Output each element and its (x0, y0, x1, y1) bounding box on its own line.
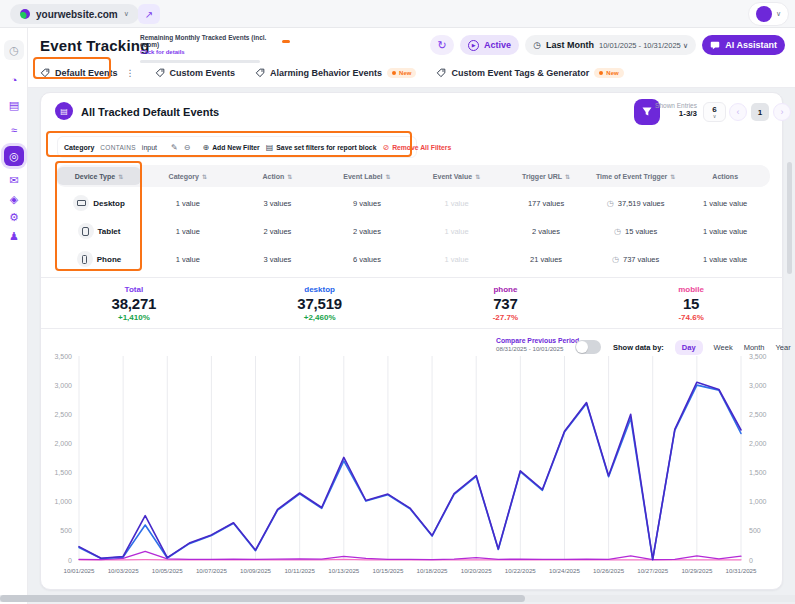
horizontal-scrollbar-thumb[interactable] (0, 595, 525, 602)
sort-icon: ⇅ (287, 173, 292, 180)
svg-text:2,500: 2,500 (749, 411, 767, 418)
header-toolbar: ↻ ▶ Active ◷ Last Month 10/01/2025 - 10/… (430, 35, 785, 55)
stat-phone: phone737-27.7% (413, 278, 599, 328)
next-page-button[interactable]: › (773, 103, 791, 121)
site-selector[interactable]: yourwebsite.com ∨ (10, 4, 139, 24)
chevron-down-icon: ∨ (713, 114, 717, 119)
tab-custom-events[interactable]: Custom Events (155, 68, 236, 78)
site-name: yourwebsite.com (36, 9, 118, 20)
tab-custom-event-tags-generator[interactable]: Custom Event Tags & GeneratorNew (436, 68, 623, 78)
date-range-picker[interactable]: ◷ Last Month 10/01/2025 - 10/31/2025 ∨ (525, 35, 696, 55)
quota-indicator-icon (282, 40, 290, 43)
stat-change: +2,460% (304, 313, 336, 322)
svg-text:10/15/2025: 10/15/2025 (372, 567, 404, 574)
svg-text:10/03/2025: 10/03/2025 (108, 567, 140, 574)
category-cell: 1 value (143, 245, 233, 273)
svg-text:3,500: 3,500 (54, 353, 72, 360)
svg-text:10/05/2025: 10/05/2025 (152, 567, 184, 574)
svg-text:2,000: 2,000 (749, 440, 767, 447)
filter-bar: Category CONTAINS input ✎ ⊖ ⊕ Add New Fi… (57, 136, 417, 158)
page-title: Event Tracking (40, 37, 150, 54)
svg-text:0: 0 (749, 557, 753, 564)
sort-icon: ⇅ (670, 173, 675, 180)
sidebar-item-event-tracking[interactable]: ◎ (4, 146, 24, 166)
chart-line-desktop (79, 385, 741, 560)
tracking-status-label: Active (484, 40, 511, 50)
category-cell: 1 value (143, 189, 233, 217)
stat-mobile: mobile15-74.6% (598, 278, 784, 328)
column-header-event_value[interactable]: Event Value⇅ (412, 165, 502, 187)
table-row-phone[interactable]: Phone1 value3 values6 values1 value21 va… (55, 245, 770, 273)
shown-entries-value: 1-3/3 (651, 109, 697, 118)
column-header-action[interactable]: Action⇅ (233, 165, 323, 187)
filter-operator[interactable]: CONTAINS (100, 144, 136, 151)
time-cell: ◷37,519 values (591, 189, 681, 217)
kebab-menu-icon[interactable]: ⋮ (126, 68, 135, 78)
tracking-status-button[interactable]: ▶ Active (460, 35, 519, 55)
action-cell: 3 values (233, 189, 323, 217)
tag-icon (255, 68, 265, 78)
event-value-cell: 1 value (412, 189, 502, 217)
tab-alarming-behavior-events[interactable]: Alarming Behavior EventsNew (255, 68, 416, 78)
chart-line-phone (79, 551, 741, 559)
filter-value[interactable]: input (142, 144, 157, 151)
stat-change: -74.6% (678, 313, 703, 322)
stat-label: Total (125, 285, 144, 294)
column-header-device[interactable]: Device Type⇅ (57, 167, 141, 185)
phone-icon (77, 251, 93, 267)
time-cell: ◷737 values (591, 245, 681, 273)
sidebar-item-history[interactable]: ◷ (4, 40, 24, 60)
open-site-button[interactable]: ↗ (138, 4, 160, 24)
page-size-select[interactable]: 6 ∨ (703, 102, 726, 122)
svg-text:10/09/2025: 10/09/2025 (240, 567, 272, 574)
sidebar-item-settings[interactable]: ⚙ (4, 207, 24, 227)
column-header-event_label[interactable]: Event Label⇅ (322, 165, 412, 187)
filter-field[interactable]: Category (64, 144, 94, 151)
user-menu[interactable]: ∨ (748, 2, 789, 26)
page-header: Event Tracking Remaining Monthly Tracked… (28, 28, 795, 88)
clock-icon: ◷ (614, 227, 621, 236)
remove-filter-icon[interactable]: ⊖ (184, 143, 191, 152)
table-row-tablet[interactable]: Tablet1 value2 values2 values1 value2 va… (55, 217, 770, 245)
events-chart: 10/01/202510/03/202510/05/202510/07/2025… (41, 348, 784, 588)
tab-label: Custom Event Tags & Generator (451, 68, 589, 78)
svg-text:3,000: 3,000 (54, 382, 72, 389)
tabs: Default Events⋮Custom EventsAlarming Beh… (40, 64, 624, 82)
sidebar-item-engagement[interactable]: ≈ (4, 120, 24, 140)
edit-filter-icon[interactable]: ✎ (171, 143, 178, 152)
remove-all-filters-button[interactable]: ⊘ Remove All Filters (382, 143, 451, 152)
stat-value: 38,271 (112, 295, 157, 312)
sort-icon: ⇅ (565, 173, 570, 180)
security-icon: ◈ (10, 194, 18, 205)
period-label: Last Month (546, 40, 594, 50)
vertical-scrollbar[interactable] (787, 162, 792, 274)
trigger-url-cell: 21 values (501, 245, 591, 273)
svg-text:1,500: 1,500 (749, 469, 767, 476)
tag-icon (40, 68, 50, 78)
card-title: All Tracked Default Events (81, 106, 219, 118)
svg-text:10/27/2025: 10/27/2025 (637, 567, 669, 574)
tab-default-events[interactable]: Default Events⋮ (40, 68, 135, 78)
sidebar-item-account[interactable]: ♟ (4, 226, 24, 246)
tag-icon (155, 68, 165, 78)
sidebar-item-support-chat[interactable]: ✉ (4, 170, 24, 190)
add-new-filter-button[interactable]: ⊕ Add New Filter (202, 143, 259, 152)
ai-assistant-button[interactable]: AI Assistant (702, 35, 785, 55)
column-header-time[interactable]: Time of Event Trigger⇅ (591, 165, 681, 187)
column-header-trigger_url[interactable]: Trigger URL⇅ (501, 165, 591, 187)
click-for-details-link[interactable]: Click for details (140, 49, 290, 55)
ai-assistant-label: AI Assistant (725, 40, 777, 50)
sort-icon: ⇅ (386, 173, 391, 180)
sidebar-item-insights[interactable]: ◔ (4, 70, 24, 90)
table-header: Device Type⇅Category⇅Action⇅Event Label⇅… (55, 165, 770, 187)
refresh-button[interactable]: ↻ (430, 35, 454, 55)
svg-text:1,500: 1,500 (54, 469, 72, 476)
sidebar-item-orders[interactable]: ▤ (4, 95, 24, 115)
prev-page-button[interactable]: ‹ (729, 103, 747, 121)
current-page[interactable]: 1 (751, 103, 769, 121)
sidebar-item-security[interactable]: ◈ (4, 189, 24, 209)
table-row-desktop[interactable]: Desktop1 value3 values9 values1 value177… (55, 189, 770, 217)
save-filters-button[interactable]: ▤ Save set filters for report block (266, 143, 377, 152)
account-icon: ♟ (9, 231, 19, 242)
column-header-category[interactable]: Category⇅ (143, 165, 233, 187)
